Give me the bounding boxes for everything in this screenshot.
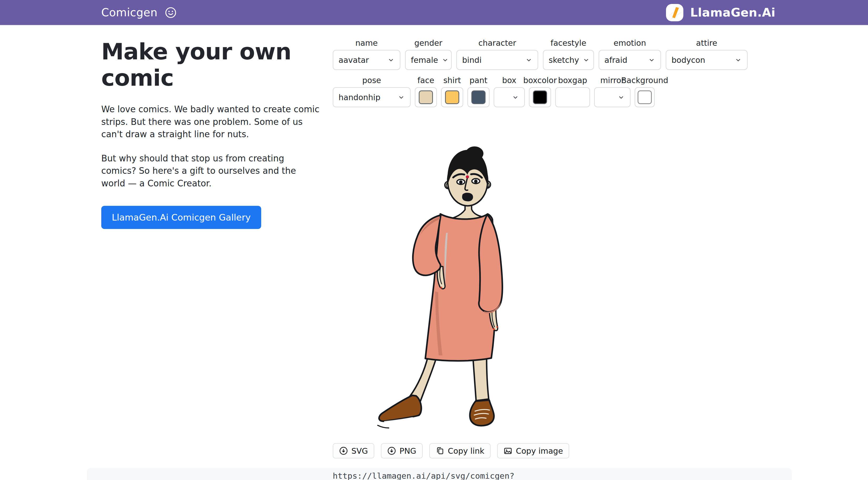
emotion-select[interactable]: afraid (599, 50, 661, 70)
name-select-value: aavatar (339, 56, 369, 65)
shirt-color-picker[interactable] (441, 87, 463, 107)
boxgap-label: boxgap (558, 76, 587, 85)
chevron-down-icon (618, 94, 625, 101)
field-emotion: emotion afraid (599, 38, 661, 70)
face-color-label: face (417, 76, 434, 85)
field-attire: attire bodycon (666, 38, 747, 70)
chevron-down-icon (388, 57, 395, 64)
header-left: Comicgen (101, 6, 177, 19)
field-pant-color: pant (467, 76, 490, 107)
download-svg-label: SVG (351, 446, 368, 455)
field-gender: gender female (405, 38, 452, 70)
gender-select[interactable]: female (405, 50, 452, 70)
shirt-color-label: shirt (443, 76, 461, 85)
download-png-label: PNG (400, 446, 416, 455)
boxcolor-picker[interactable] (529, 87, 551, 107)
name-label: name (355, 38, 378, 47)
character-right-shoe (470, 400, 494, 425)
controls-row-2: pose handonhip face shirt pant box (333, 76, 655, 107)
emotion-select-value: afraid (604, 56, 627, 65)
api-url-text: https://llamagen.ai/api/svg/comicgen? (333, 471, 515, 480)
intro-paragraph-1: We love comics. We badly wanted to creat… (101, 103, 319, 141)
mirror-label: mirror (600, 76, 624, 85)
attire-select[interactable]: bodycon (666, 50, 747, 70)
chevron-down-icon (648, 57, 655, 64)
page-title: Make your own comic (101, 38, 322, 91)
image-icon (503, 446, 513, 455)
pose-select[interactable]: handonhip (333, 87, 411, 107)
brand-name: LlamaGen.Ai (690, 5, 775, 20)
attire-select-value: bodycon (672, 56, 705, 65)
background-color-label: Background (621, 76, 669, 85)
download-png-button[interactable]: PNG (381, 443, 423, 458)
comic-character-preview (372, 146, 507, 430)
chevron-down-icon (525, 57, 532, 64)
character-mouth (462, 193, 473, 201)
field-facestyle: facestyle sketchy (543, 38, 594, 70)
boxcolor-label: boxcolor (523, 76, 557, 85)
field-box: box (494, 76, 525, 107)
download-svg-button[interactable]: SVG (333, 443, 374, 458)
field-background-color: Background (635, 76, 655, 107)
attire-label: attire (696, 38, 717, 47)
download-icon (387, 446, 396, 455)
face-color-swatch[interactable] (419, 90, 433, 104)
mirror-select[interactable] (594, 87, 630, 107)
character-select[interactable]: bindi (456, 50, 538, 70)
box-label: box (502, 76, 516, 85)
character-right-leg (473, 357, 489, 401)
background-color-picker[interactable] (635, 87, 655, 107)
name-select[interactable]: aavatar (333, 50, 400, 70)
copy-image-button[interactable]: Copy image (497, 443, 569, 458)
character-right-sleeve (479, 215, 502, 312)
field-name: name aavatar (333, 38, 400, 70)
box-select[interactable] (494, 87, 525, 107)
comic-character-svg (372, 146, 507, 430)
field-boxcolor: boxcolor (529, 76, 551, 107)
intro-paragraph-2: But why should that stop us from creatin… (101, 152, 319, 190)
copy-image-label: Copy image (516, 446, 563, 455)
copy-link-label: Copy link (448, 446, 485, 455)
facestyle-label: facestyle (551, 38, 586, 47)
facestyle-select[interactable]: sketchy (543, 50, 594, 70)
copy-icon (436, 446, 444, 455)
chevron-down-icon (442, 57, 449, 64)
field-character: character bindi (456, 38, 538, 70)
chevron-down-icon (512, 94, 519, 101)
shirt-color-swatch[interactable] (445, 90, 459, 104)
field-face-color: face (415, 76, 437, 107)
app-header: Comicgen LlamaGen.Ai (0, 0, 868, 26)
boxgap-input[interactable] (555, 87, 590, 107)
copy-link-button[interactable]: Copy link (429, 443, 491, 458)
pant-color-picker[interactable] (467, 87, 490, 107)
field-shirt-color: shirt (441, 76, 463, 107)
chevron-down-icon (398, 94, 405, 101)
gallery-button[interactable]: LlamaGen.Ai Comicgen Gallery (101, 206, 261, 229)
app-title[interactable]: Comicgen (101, 6, 158, 19)
facestyle-select-value: sketchy (549, 56, 579, 65)
download-icon (339, 446, 348, 455)
chevron-down-icon (735, 57, 742, 64)
character-select-value: bindi (462, 56, 482, 65)
emotion-label: emotion (614, 38, 646, 47)
face-color-picker[interactable] (415, 87, 437, 107)
pant-color-swatch[interactable] (471, 90, 486, 104)
export-bar: SVG PNG Copy link Copy image (333, 443, 569, 458)
character-bindi (466, 175, 469, 179)
llamagen-logo-icon (666, 4, 683, 21)
character-label: character (478, 38, 516, 47)
field-boxgap: boxgap (555, 76, 590, 107)
intro-section: Make your own comic We love comics. We b… (101, 38, 322, 229)
chevron-down-icon (583, 57, 590, 64)
character-left-shoe (379, 395, 422, 421)
api-url-code: https://llamagen.ai/api/svg/comicgen? (87, 468, 792, 480)
pose-select-value: handonhip (339, 93, 380, 102)
gender-label: gender (414, 38, 442, 47)
field-pose: pose handonhip (333, 76, 411, 107)
boxcolor-swatch[interactable] (533, 90, 547, 104)
brand-link[interactable]: LlamaGen.Ai (666, 4, 775, 21)
gender-select-value: female (411, 56, 438, 65)
pose-label: pose (362, 76, 381, 85)
controls-row-1: name aavatar gender female character bin… (333, 38, 747, 70)
background-color-swatch[interactable] (638, 90, 652, 104)
